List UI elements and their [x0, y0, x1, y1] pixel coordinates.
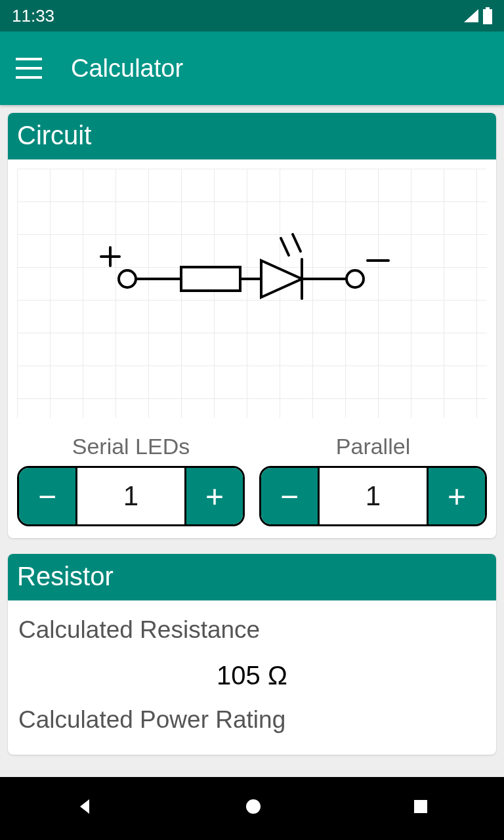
status-icons	[463, 7, 492, 24]
circuit-card: Circuit	[8, 113, 496, 538]
svg-rect-1	[486, 7, 490, 9]
serial-value[interactable]: 1	[75, 468, 186, 524]
parallel-label: Parallel	[259, 434, 487, 459]
svg-point-12	[346, 270, 364, 287]
serial-stepper-col: Serial LEDs − 1 +	[17, 434, 245, 526]
android-nav-bar	[0, 777, 504, 840]
app-title: Calculator	[71, 54, 183, 83]
app-bar: Calculator	[0, 32, 504, 105]
parallel-decrement-button[interactable]: −	[261, 468, 318, 524]
svg-line-9	[281, 238, 289, 255]
signal-icon	[463, 9, 479, 23]
serial-decrement-button[interactable]: −	[19, 468, 75, 524]
serial-label: Serial LEDs	[17, 434, 245, 459]
calc-power-row: Calculated Power Rating	[17, 700, 487, 743]
parallel-stepper: − 1 +	[259, 466, 487, 526]
serial-increment-button[interactable]: +	[186, 468, 243, 524]
svg-point-14	[246, 799, 261, 814]
calc-resistance-row: Calculated Resistance 105 Ω	[17, 610, 487, 700]
battery-icon	[483, 7, 492, 24]
parallel-stepper-col: Parallel − 1 +	[259, 434, 487, 526]
svg-line-10	[293, 234, 301, 251]
nav-home-icon[interactable]	[244, 797, 262, 820]
parallel-value[interactable]: 1	[318, 468, 429, 524]
status-bar: 11:33	[0, 0, 504, 32]
resistor-header: Resistor	[8, 554, 496, 600]
resistor-card: Resistor Calculated Resistance 105 Ω Cal…	[8, 554, 496, 755]
calc-resistance-label: Calculated Resistance	[18, 616, 486, 644]
circuit-diagram	[17, 169, 487, 418]
nav-back-icon[interactable]	[75, 797, 94, 821]
serial-stepper: − 1 +	[17, 466, 245, 526]
menu-icon[interactable]	[16, 58, 42, 79]
status-time: 11:33	[12, 6, 54, 26]
calc-power-label: Calculated Power Rating	[18, 706, 486, 734]
circuit-header: Circuit	[8, 113, 496, 159]
svg-rect-6	[181, 267, 240, 291]
parallel-increment-button[interactable]: +	[429, 468, 485, 524]
svg-rect-0	[483, 9, 492, 24]
svg-point-4	[119, 270, 136, 287]
nav-recent-icon[interactable]	[412, 798, 429, 820]
svg-rect-15	[414, 800, 427, 813]
calc-resistance-value: 105 Ω	[18, 661, 486, 690]
content-area: Circuit	[0, 105, 504, 778]
